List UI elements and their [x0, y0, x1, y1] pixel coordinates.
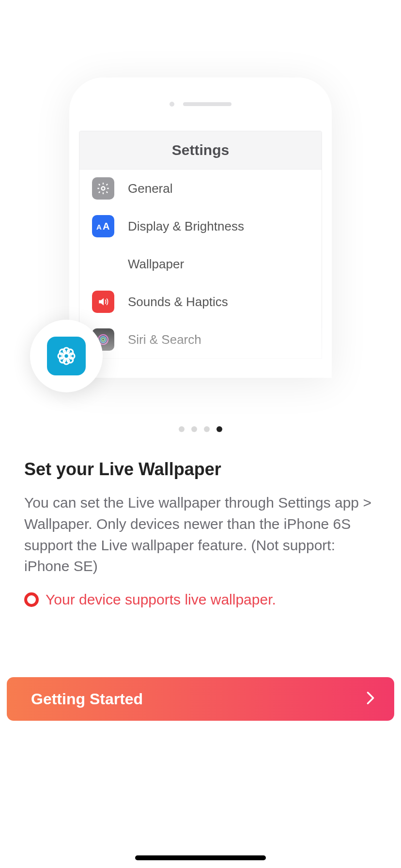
settings-row-wallpaper: Wallpaper	[79, 245, 322, 283]
speaker-slot-icon	[183, 102, 231, 106]
speaker-icon	[92, 291, 114, 313]
page-title: Set your Live Wallpaper	[24, 459, 377, 480]
page-description: You can set the Live wallpaper through S…	[24, 492, 377, 577]
support-status-text: Your device supports live wallpaper.	[46, 591, 276, 608]
page-dot	[179, 426, 185, 432]
text-size-icon: AA	[92, 215, 114, 237]
settings-row-general: General	[79, 170, 322, 207]
settings-row-siri: Siri & Search	[79, 321, 322, 358]
page-dot	[204, 426, 210, 432]
settings-row-sounds: Sounds & Haptics	[79, 283, 322, 321]
settings-row-label: Display & Brightness	[128, 219, 244, 234]
getting-started-button[interactable]: Getting Started	[7, 677, 394, 721]
onboarding-illustration: Settings General AA Display & Brightness…	[0, 78, 401, 407]
settings-row-label: General	[128, 181, 173, 196]
page-dot-active	[216, 426, 222, 432]
svg-text:A: A	[103, 221, 109, 232]
page-dot	[191, 426, 197, 432]
svg-point-0	[102, 187, 105, 190]
content-block: Set your Live Wallpaper You can set the …	[24, 459, 377, 608]
settings-row-label: Wallpaper	[128, 257, 184, 272]
settings-row-label: Sounds & Haptics	[128, 294, 228, 310]
cta-label: Getting Started	[31, 690, 143, 708]
phone-mockup: Settings General AA Display & Brightness…	[69, 78, 332, 378]
svg-point-5	[102, 338, 105, 341]
svg-point-4	[100, 337, 107, 343]
camera-dot-icon	[170, 102, 174, 107]
support-status: Your device supports live wallpaper.	[24, 591, 377, 608]
wallpaper-icon	[47, 337, 86, 375]
svg-text:A: A	[96, 223, 102, 231]
wallpaper-highlight-bubble	[30, 320, 103, 392]
settings-header: Settings	[79, 131, 322, 170]
chevron-right-icon	[366, 691, 375, 707]
gear-icon	[92, 177, 114, 200]
home-indicator	[135, 855, 266, 860]
page-indicator	[0, 426, 401, 432]
settings-row-label: Siri & Search	[128, 332, 201, 347]
settings-row-display: AA Display & Brightness	[79, 207, 322, 245]
settings-list: Settings General AA Display & Brightness…	[79, 131, 322, 359]
phone-top-hardware	[69, 78, 332, 131]
ring-icon	[24, 592, 39, 607]
